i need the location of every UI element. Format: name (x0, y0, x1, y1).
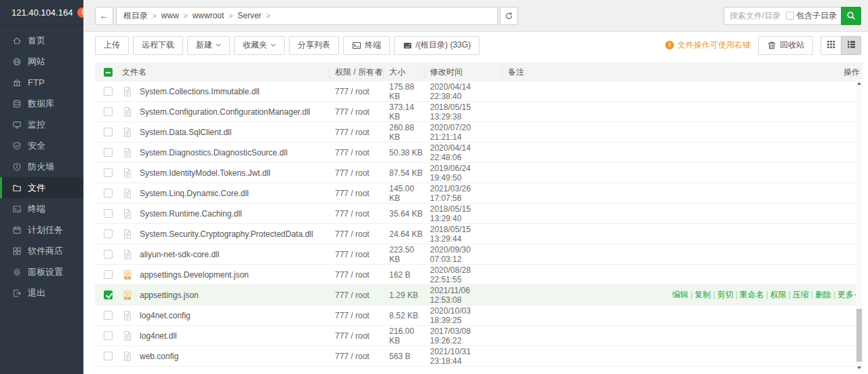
row-checkbox[interactable] (104, 168, 113, 177)
col-filename[interactable]: 文件名 (122, 67, 329, 78)
sidebar-item-ftp[interactable]: FTP (0, 72, 83, 93)
file-row[interactable]: System.IdentityModel.Tokens.Jwt.dll 777 … (95, 163, 863, 183)
file-name[interactable]: System.IdentityModel.Tokens.Jwt.dll (140, 168, 271, 178)
share-list-button[interactable]: 分享列表 (289, 36, 339, 55)
sidebar-item-files[interactable]: 文件 (0, 177, 83, 198)
file-name[interactable]: aliyun-net-sdk-core.dll (140, 250, 219, 259)
sidebar-item-logout[interactable]: 退出 (0, 282, 83, 303)
sidebar-item-monitor[interactable]: 监控 (0, 114, 83, 135)
more-action[interactable]: 更多 (837, 290, 854, 299)
file-name[interactable]: System.Data.SqlClient.dll (140, 128, 231, 137)
file-name[interactable]: System.Runtime.Caching.dll (140, 209, 242, 219)
file-name[interactable]: System.Linq.Dynamic.Core.dll (140, 189, 249, 198)
grid-view-button[interactable] (821, 36, 841, 55)
file-name[interactable]: appsettings.Development.json (140, 270, 249, 280)
file-row[interactable]: System.Data.SqlClient.dll 777 / root 260… (95, 122, 863, 143)
file-mtime: 2021/03/26 17:07:56 (424, 184, 502, 203)
upload-button[interactable]: 上传 (95, 36, 129, 55)
list-view-button[interactable] (841, 36, 861, 55)
select-all-checkbox[interactable] (104, 68, 113, 77)
remote-download-button[interactable]: 远程下载 (133, 36, 183, 55)
file-row[interactable]: System.Security.Cryptography.ProtectedDa… (95, 224, 863, 244)
recycle-bin-button[interactable]: 回收站 (758, 36, 813, 55)
subdir-checkbox[interactable] (786, 12, 794, 20)
file-table: 文件名 权限 / 所有者 大小 修改时间 备注 操作 System.Collec… (95, 62, 863, 367)
search-button[interactable] (841, 7, 861, 25)
file-row[interactable]: web.config 777 / root 563 B 2021/10/31 2… (95, 346, 863, 367)
table-scrollbar[interactable] (856, 80, 863, 371)
row-checkbox[interactable] (104, 128, 113, 136)
scroll-down-arrow[interactable] (857, 367, 861, 369)
root-disk-button[interactable]: /(根目录) (33G) (394, 36, 479, 55)
back-button[interactable]: ← (95, 7, 113, 25)
compress-action[interactable]: 压缩 (793, 290, 809, 299)
cut-action[interactable]: 剪切 (717, 290, 733, 299)
row-checkbox[interactable] (104, 270, 113, 279)
row-checkbox[interactable] (104, 311, 113, 320)
sidebar-item-security[interactable]: 安全 (0, 135, 83, 156)
message-badge[interactable]: 0 (77, 7, 83, 18)
file-name[interactable]: System.Diagnostics.DiagnosticSource.dll (140, 148, 288, 157)
file-row[interactable]: log4net.dll 777 / root 216.00 KB 2017/03… (95, 326, 863, 346)
copy-action[interactable]: 复制 (694, 290, 711, 299)
file-size: 24.64 KB (383, 229, 424, 239)
edit-action[interactable]: 编辑 (672, 290, 688, 299)
file-name[interactable]: log4net.dll (140, 331, 177, 341)
permission-action[interactable]: 权限 (770, 290, 787, 299)
sidebar-item-terminal[interactable]: 终端 (0, 198, 83, 219)
breadcrumb-segment[interactable]: wwwroot (193, 11, 224, 20)
favorites-button[interactable]: 收藏夹 (234, 36, 285, 55)
file-name[interactable]: System.Security.Cryptography.ProtectedDa… (140, 229, 313, 239)
row-checkbox[interactable] (104, 107, 113, 116)
row-checkbox[interactable] (104, 331, 113, 340)
file-row[interactable]: System.Linq.Dynamic.Core.dll 777 / root … (95, 183, 863, 204)
file-row[interactable]: System.Runtime.Caching.dll 777 / root 35… (95, 204, 863, 224)
scrollbar-thumb[interactable] (856, 309, 862, 362)
sidebar-item-panel-settings[interactable]: 面板设置 (0, 261, 83, 282)
sidebar-item-appstore[interactable]: 软件商店 (0, 240, 83, 261)
file-row[interactable]: appsettings.json 777 / root 1.29 KB 2021… (95, 285, 863, 305)
server-info[interactable]: 121.40.104.164 0 (0, 0, 83, 26)
sidebar-item-site[interactable]: 网站 (0, 51, 83, 72)
file-row[interactable]: log4net.config 777 / root 8.52 KB 2020/1… (95, 305, 863, 326)
sidebar-item-firewall[interactable]: 防火墙 (0, 156, 83, 177)
refresh-button[interactable] (500, 7, 518, 25)
breadcrumb-segment[interactable]: www (161, 11, 179, 20)
terminal-button[interactable]: 终端 (343, 36, 390, 55)
file-row[interactable]: System.Diagnostics.DiagnosticSource.dll … (95, 143, 863, 163)
back-arrow-icon: ← (100, 11, 109, 20)
sidebar-item-database[interactable]: 数据库 (0, 93, 83, 114)
row-checkbox[interactable] (104, 189, 113, 198)
file-name[interactable]: System.Configuration.ConfigurationManage… (140, 107, 310, 117)
row-checkbox[interactable] (104, 209, 113, 218)
file-name[interactable]: System.Collections.Immutable.dll (140, 87, 260, 96)
row-checkbox[interactable] (104, 250, 113, 259)
rename-action[interactable]: 重命名 (740, 290, 764, 299)
row-checkbox[interactable] (104, 229, 113, 238)
file-row[interactable]: System.Collections.Immutable.dll 777 / r… (95, 81, 863, 102)
scroll-up-arrow[interactable] (857, 82, 861, 85)
include-subdir-option[interactable]: 包含子目录 (786, 10, 837, 22)
file-name[interactable]: appsettings.json (140, 291, 199, 300)
col-permission-owner[interactable]: 权限 / 所有者 (329, 67, 383, 78)
row-checkbox[interactable] (104, 148, 113, 157)
search-input[interactable] (728, 10, 786, 21)
file-name[interactable]: web.config (140, 352, 178, 361)
col-note[interactable]: 备注 (502, 67, 708, 78)
breadcrumb-segment[interactable]: 根目录 (123, 10, 148, 22)
row-checkbox[interactable] (104, 352, 113, 360)
sidebar-item-home[interactable]: 首页 (0, 30, 83, 51)
file-row[interactable]: System.Configuration.ConfigurationManage… (95, 102, 863, 122)
chevron-down-icon (216, 43, 221, 47)
breadcrumb-segment[interactable]: Server (237, 11, 261, 20)
sidebar-item-cron[interactable]: 计划任务 (0, 219, 83, 240)
new-button[interactable]: 新建 (187, 36, 230, 55)
row-checkbox[interactable] (104, 291, 113, 299)
file-row[interactable]: aliyun-net-sdk-core.dll 777 / root 223.5… (95, 244, 863, 265)
col-size[interactable]: 大小 (383, 67, 424, 78)
row-checkbox[interactable] (104, 87, 113, 96)
file-name[interactable]: log4net.config (140, 311, 191, 320)
file-row[interactable]: appsettings.Development.json 777 / root … (95, 265, 863, 285)
col-modified[interactable]: 修改时间 (424, 67, 502, 78)
delete-action[interactable]: 删除 (815, 290, 831, 299)
